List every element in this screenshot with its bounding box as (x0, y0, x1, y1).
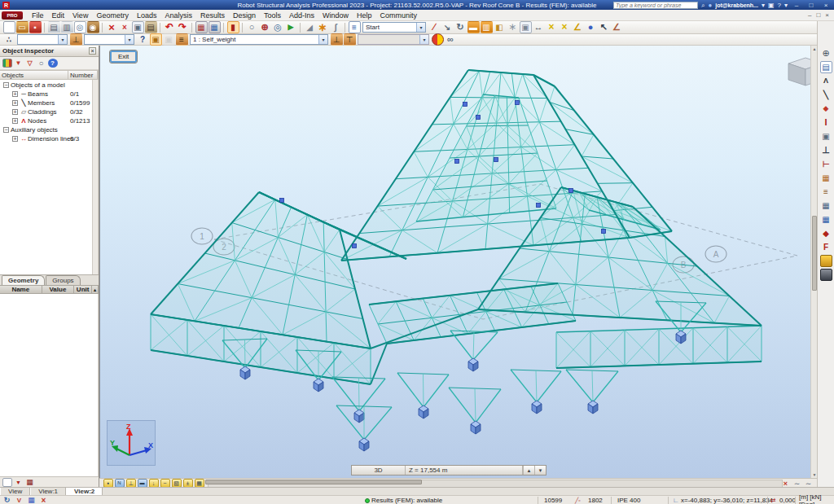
calculation-messages-icon[interactable]: ▦ (208, 21, 221, 33)
layout-list-icon[interactable]: ≡ (349, 21, 361, 33)
cart-icon[interactable]: ▣ (768, 2, 775, 9)
table-small-icon[interactable]: ▦ (25, 478, 35, 487)
menu-tools[interactable]: Tools (260, 11, 285, 20)
calculations-icon[interactable]: ▦ (195, 21, 208, 33)
minimize-button[interactable]: – (791, 2, 802, 9)
axis-bubble-1[interactable]: 1 (191, 228, 213, 244)
menu-community[interactable]: Community (376, 11, 422, 20)
search-binoculars-icon[interactable]: ⌕ (701, 2, 705, 9)
zoom-window-icon[interactable]: ⊕ (259, 21, 271, 33)
menu-results[interactable]: Results (196, 11, 229, 20)
expand-icon[interactable]: + (12, 91, 18, 97)
view-model-icon[interactable]: ▣ (150, 33, 162, 46)
grid-small-icon[interactable]: ▦ (27, 496, 37, 504)
flag-small-icon[interactable]: ▼ (14, 478, 24, 487)
menu-geometry[interactable]: Geometry (92, 11, 133, 20)
structure-3d-view[interactable]: 12BA (100, 46, 810, 478)
collapse-icon[interactable]: − (3, 82, 9, 88)
unit-column-header[interactable]: Unit (74, 285, 92, 294)
new-window-icon[interactable]: ▣ (520, 21, 532, 33)
axis-bubble-A[interactable]: A (705, 246, 726, 262)
user-avatar-icon[interactable]: ● (708, 2, 712, 9)
tree-row-auxiliary-objects[interactable]: −Auxiliary objects (0, 125, 98, 134)
menu-loads[interactable]: Loads (133, 11, 161, 20)
axes-yellow-1-icon[interactable]: × (546, 21, 558, 33)
help-circle-icon[interactable]: ? (48, 59, 58, 68)
load-case-combo[interactable]: 1 : Self_weight▾ (190, 34, 328, 45)
view-tab-view-1[interactable]: View:1 (30, 488, 66, 495)
member-box-icon[interactable] (820, 255, 832, 267)
model-viewport[interactable]: 12BA Exit ZXY 3D Z = 17,554 m ▲ ▼ (99, 46, 810, 478)
axes-yellow-2-icon[interactable]: × (559, 21, 571, 33)
maximize-button[interactable]: □ (805, 2, 817, 9)
robot-pro-logo[interactable]: PRO (2, 11, 23, 20)
help-pointer-icon[interactable]: ? (137, 33, 149, 46)
bars-tool-icon[interactable]: ╲ (820, 89, 832, 101)
expand-icon[interactable]: + (12, 109, 18, 115)
print-preview-icon[interactable]: ▥ (61, 21, 73, 33)
new-file-icon[interactable] (3, 21, 15, 33)
account-label[interactable]: jot@krabbenh... (715, 2, 758, 8)
redraw-brush-icon[interactable]: ∕ (428, 21, 441, 33)
selection-combo[interactable]: ▾ (17, 34, 68, 45)
value-column-header[interactable]: Value (42, 285, 75, 294)
chevron-down-icon[interactable]: ▾ (416, 23, 425, 32)
menu-add-ins[interactable]: Add-Ins (285, 11, 318, 20)
tree-row-members[interactable]: +╲Members0/1599 (0, 99, 98, 107)
calculation-gears-icon[interactable]: ∗ (317, 21, 329, 33)
save-project-icon[interactable]: ▪ (29, 21, 42, 33)
expand-icon[interactable]: + (12, 136, 18, 142)
copy-offset-icon[interactable]: ▣ (820, 130, 832, 142)
tree-row-beams[interactable]: +─Beams0/1 (0, 90, 98, 99)
tab-geometry[interactable]: Geometry (2, 275, 45, 285)
chevron-down-icon[interactable]: ▾ (318, 35, 327, 44)
z-level-label[interactable]: Z = 17,554 m (406, 466, 523, 475)
dimension-line-icon[interactable]: ↔ (533, 21, 545, 33)
analysis-run-icon[interactable] (432, 33, 444, 46)
load-case-list-icon[interactable]: ≡ (176, 33, 188, 46)
page-preview-icon[interactable]: ◎ (74, 21, 86, 33)
objects-column-header[interactable]: Objects (0, 71, 68, 79)
stairs-tool-icon[interactable]: ≡ (820, 186, 832, 198)
bookmark-flag-icon[interactable] (2, 59, 12, 68)
angle-tool-icon[interactable]: ∠ (611, 21, 623, 33)
scroll-up-icon[interactable]: ▴ (92, 285, 99, 294)
project-panel-icon[interactable]: ▤ (820, 61, 832, 73)
stamp-bars-icon[interactable]: ⊥ (70, 33, 82, 46)
doc-small-icon[interactable] (2, 478, 12, 487)
copy-icon[interactable]: ▣ (132, 21, 144, 33)
tree-row-nodes[interactable]: +ΛNodes0/1213 (0, 116, 98, 125)
expand-icon[interactable]: + (12, 118, 18, 124)
snap-asterisk-icon[interactable]: ∗ (507, 21, 519, 33)
open-project-icon[interactable]: ▭ (16, 21, 29, 33)
menu-file[interactable]: File (28, 11, 48, 20)
menu-view[interactable]: View (68, 11, 92, 20)
tree-row-objects-of-a-model[interactable]: −Objects of a model (0, 81, 98, 90)
mdi-close-button[interactable]: × (825, 11, 829, 19)
menu-help[interactable]: Help (353, 11, 376, 20)
search-input[interactable] (613, 2, 698, 9)
hscroll-thumb[interactable] (205, 480, 422, 484)
menu-analysis[interactable]: Analysis (160, 11, 196, 20)
filter-combo[interactable]: ▾ (84, 34, 134, 45)
profile-ibeam-icon[interactable]: I (820, 116, 832, 129)
preferences-wrench-icon[interactable]: ∫ (330, 21, 342, 33)
select-arrow-icon[interactable]: ↖ (598, 21, 610, 33)
table-tool-icon[interactable]: ▦ (820, 213, 832, 226)
delete-selection-icon[interactable]: × (106, 21, 118, 33)
results-lock-icon[interactable]: ▮ (227, 21, 239, 33)
help-caret-icon[interactable]: ▾ (784, 2, 788, 9)
mdi-minimize-button[interactable]: – (808, 11, 811, 19)
view-mode-label[interactable]: 3D (352, 466, 406, 475)
results-status[interactable]: Results (FEM): available (365, 496, 442, 504)
level-down-icon[interactable]: ▼ (534, 466, 546, 475)
name-column-header[interactable]: Name (0, 285, 42, 294)
viewport-vscrollbar[interactable]: ▲ ▼ (810, 46, 817, 478)
cut-icon[interactable]: × (119, 21, 131, 33)
panel-close-icon[interactable]: × (89, 47, 96, 55)
xmark-small-icon[interactable]: × (39, 496, 49, 504)
sections-display-icon[interactable]: ▬ (467, 21, 480, 33)
plan-view-icon[interactable]: ◢ (304, 21, 316, 33)
filter-funnel-icon[interactable]: ▼ (14, 59, 24, 68)
profile-f-icon[interactable]: F (820, 241, 832, 253)
